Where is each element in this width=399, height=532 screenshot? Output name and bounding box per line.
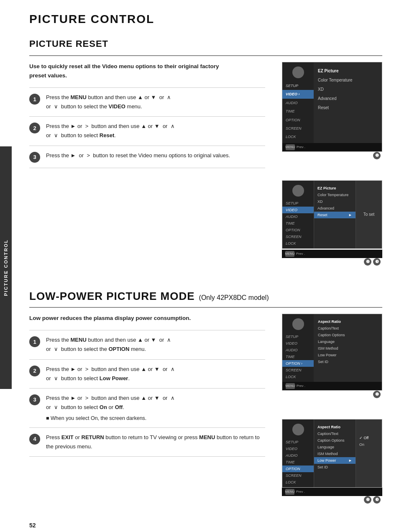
lp-step-1: 1 Press the MENU button and then use ▲ o… — [29, 330, 265, 359]
step-3: 3 Press the ► or > button to reset the V… — [29, 146, 265, 168]
lp-step-3: 3 Press the ► or > button and then use ▲… — [29, 388, 265, 427]
lp-step-text-3: Press the ► or > button and then use ▲ o… — [46, 394, 265, 422]
section-title-picture-reset: PICTURE RESET — [29, 38, 382, 49]
lp-step-text-4: Press EXIT or RETURN button to return to… — [46, 433, 265, 451]
divider-2 — [29, 307, 382, 308]
lp-step-note: ■ When you select On, the screen darkens… — [46, 414, 265, 422]
step-1: 1 Press the MENU button and then use ▲ o… — [29, 87, 265, 116]
lp-step-text-1: Press the MENU button and then use ▲ or … — [46, 335, 265, 354]
lp-menu-screenshot-2: SETUP VIDEO AUDIO TIME OPTION SCREEN LOC… — [282, 419, 382, 496]
step-2: 2 Press the ► or > button and then use ▲… — [29, 116, 265, 145]
lp-step-2: 2 Press the ► or > button and then use ▲… — [29, 359, 265, 388]
picture-reset-description: Use to quickly reset all the Video menu … — [29, 62, 230, 80]
to-set-label: To set — [363, 212, 375, 217]
lp-description: Low power reduces the plasma display pow… — [29, 314, 230, 323]
sidebar-label: PICTURE CONTROL — [0, 146, 12, 389]
lp-step-circle-4: 4 — [29, 434, 40, 445]
lp-step-circle-1: 1 — [29, 336, 40, 347]
lp-subtitle: (Only 42PX8DC model) — [199, 294, 269, 302]
step-circle-2: 2 — [29, 123, 40, 133]
page-number: 52 — [29, 522, 382, 529]
lp-title-row: LOW-POWER PICTURE MODE (Only 42PX8DC mod… — [29, 290, 382, 303]
lp-step-circle-2: 2 — [29, 366, 40, 376]
step-circle-1: 1 — [29, 94, 40, 105]
step-text-1: Press the MENU button and then use ▲ or … — [46, 93, 265, 111]
step-circle-3: 3 — [29, 152, 40, 163]
page-title: PICTURE CONTROL — [29, 13, 382, 26]
lp-step-4: 4 Press EXIT or RETURN button to return … — [29, 427, 265, 457]
menu-screenshot-1: SETUP VIDEO › AUDIO TIME OPTION SCREEN L… — [282, 62, 382, 152]
menu-screenshot-2: SETUP VIDEO AUDIO TIME OPTION SCREEN LOC… — [282, 180, 382, 258]
lp-title: LOW-POWER PICTURE MODE — [29, 290, 195, 303]
step-text-3: Press the ► or > button to reset the Vid… — [46, 151, 265, 160]
lp-step-circle-3: 3 — [29, 394, 40, 405]
step-text-2: Press the ► or > button and then use ▲ o… — [46, 122, 265, 140]
lp-step-text-2: Press the ► or > button and then use ▲ o… — [46, 365, 265, 383]
lp-menu-screenshot-1: SETUP VIDEO AUDIO TIME OPTION › SCREEN L… — [282, 314, 382, 391]
divider-1 — [29, 55, 382, 56]
